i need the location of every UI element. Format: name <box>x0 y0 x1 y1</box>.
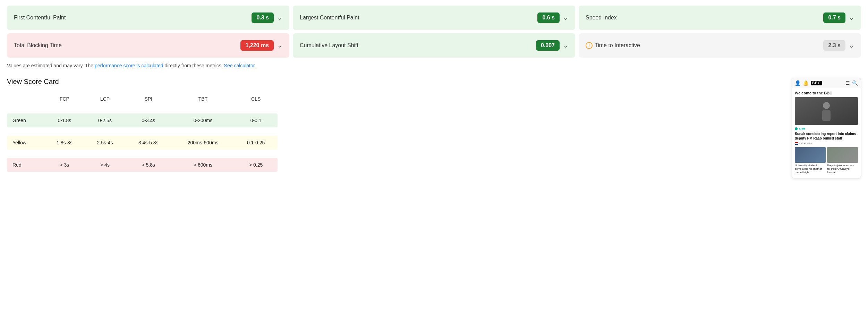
browser-preview-panel: 👤 🔔 BBC ☰ 🔍 Welcome to the BBC <box>792 78 861 178</box>
si-right: 0.7 s ⌄ <box>823 12 854 23</box>
cls-right: 0.007 ⌄ <box>536 40 568 51</box>
thumb-2-caption: Dogs to join mourners for Paul O'Grady's… <box>827 164 858 174</box>
tbt-label: Total Blocking Time <box>14 42 62 49</box>
table-header-row: FCP LCP SPI TBT CLS <box>7 93 278 105</box>
browser-content: Welcome to the BBC LIVE Sunak considerin… <box>792 88 861 178</box>
bbc-live-badge: LIVE <box>795 127 858 130</box>
tti-info-icon: ! <box>586 42 593 49</box>
fcp-right: 0.3 s ⌄ <box>252 12 282 23</box>
col-header-fcp: FCP <box>44 93 85 105</box>
tbt-card: Total Blocking Time 1,220 ms ⌄ <box>7 33 289 58</box>
yellow-cls: 0.1-0.25 <box>234 136 278 150</box>
spacer-row <box>7 127 278 136</box>
thumb-img-1 <box>795 147 826 163</box>
fcp-chevron[interactable]: ⌄ <box>277 14 282 22</box>
col-header-lcp: LCP <box>85 93 125 105</box>
green-fcp: 0-1.8s <box>44 113 85 127</box>
col-header-spi: SPI <box>125 93 172 105</box>
cls-chevron[interactable]: ⌄ <box>563 42 568 49</box>
metrics-row-1: First Contentful Paint 0.3 s ⌄ Largest C… <box>7 6 861 30</box>
browser-icons-right: ☰ 🔍 <box>845 80 858 86</box>
thumb-1: University student complaints hit anothe… <box>795 147 826 174</box>
bbc-logo: BBC <box>811 81 822 85</box>
score-table: FCP LCP SPI TBT CLS Green 0-1.8s 0-2.5s … <box>7 93 278 172</box>
thumb-2: Dogs to join mourners for Paul O'Grady's… <box>827 147 858 174</box>
red-spi: > 5.8s <box>125 158 172 172</box>
col-header-label <box>7 93 44 105</box>
spacer-row <box>7 150 278 158</box>
bell-icon: 🔔 <box>803 80 809 86</box>
bbc-hero-image <box>795 97 858 125</box>
row-label-red: Red <box>7 158 44 172</box>
si-label: Speed Index <box>586 15 617 21</box>
perf-score-link[interactable]: performance score is calculated <box>95 63 163 68</box>
browser-mock: 👤 🔔 BBC ☰ 🔍 Welcome to the BBC <box>792 78 861 178</box>
svg-rect-1 <box>822 110 831 121</box>
tti-badge: 2.3 s <box>823 40 845 51</box>
si-card: Speed Index 0.7 s ⌄ <box>579 6 861 30</box>
row-label-green: Green <box>7 113 44 127</box>
green-tbt: 0-200ms <box>172 113 235 127</box>
bbc-headline: Sunak considering report into claims dep… <box>795 132 858 141</box>
lcp-right: 0.6 s ⌄ <box>537 12 568 23</box>
red-cls: > 0.25 <box>234 158 278 172</box>
values-note: Values are estimated and may vary. The p… <box>7 62 861 69</box>
bbc-thumbnails: University student complaints hit anothe… <box>795 147 858 174</box>
main-content: View Score Card FCP LCP SPI TBT CLS Gree… <box>7 78 861 178</box>
col-header-cls: CLS <box>234 93 278 105</box>
fcp-card: First Contentful Paint 0.3 s ⌄ <box>7 6 289 30</box>
yellow-spi: 3.4s-5.8s <box>125 136 172 150</box>
tbt-right: 1,220 ms ⌄ <box>240 40 282 51</box>
svg-point-0 <box>823 102 830 109</box>
category-text: UK Politics <box>799 142 813 145</box>
red-tbt: > 600ms <box>172 158 235 172</box>
bbc-welcome-text: Welcome to the BBC <box>795 91 858 95</box>
green-lcp: 0-2.5s <box>85 113 125 127</box>
col-header-tbt: TBT <box>172 93 235 105</box>
live-label: LIVE <box>799 127 805 130</box>
yellow-tbt: 200ms-600ms <box>172 136 235 150</box>
thumb-img-2 <box>827 147 858 163</box>
bbc-category: UK Politics <box>795 142 858 145</box>
search-icon: 🔍 <box>852 80 858 86</box>
red-lcp: > 4s <box>85 158 125 172</box>
fcp-badge: 0.3 s <box>252 12 274 23</box>
spacer-row <box>7 105 278 113</box>
si-badge: 0.7 s <box>823 12 845 23</box>
table-row: Yellow 1.8s-3s 2.5s-4s 3.4s-5.8s 200ms-6… <box>7 136 278 150</box>
tti-label: ! Time to Interactive <box>586 42 640 49</box>
lcp-chevron[interactable]: ⌄ <box>563 14 568 22</box>
fcp-label: First Contentful Paint <box>14 15 66 21</box>
si-chevron[interactable]: ⌄ <box>849 14 854 22</box>
tti-right: 2.3 s ⌄ <box>823 40 854 51</box>
calculator-link[interactable]: See calculator. <box>224 63 256 68</box>
green-spi: 0-3.4s <box>125 113 172 127</box>
metrics-row-2: Total Blocking Time 1,220 ms ⌄ Cumulativ… <box>7 33 861 58</box>
yellow-fcp: 1.8s-3s <box>44 136 85 150</box>
scorecard-title: View Score Card <box>7 78 778 86</box>
lcp-badge: 0.6 s <box>537 12 560 23</box>
cls-label: Cumulative Layout Shift <box>300 42 358 49</box>
user-icon: 👤 <box>795 80 801 86</box>
thumb-1-caption: University student complaints hit anothe… <box>795 164 826 174</box>
table-row: Red > 3s > 4s > 5.8s > 600ms > 0.25 <box>7 158 278 172</box>
hero-person <box>795 97 858 125</box>
browser-icons-left: 👤 🔔 BBC <box>795 80 822 86</box>
tti-card: ! Time to Interactive 2.3 s ⌄ <box>579 33 861 58</box>
lcp-label: Largest Contentful Paint <box>300 15 359 21</box>
menu-icon: ☰ <box>845 80 850 86</box>
cls-card: Cumulative Layout Shift 0.007 ⌄ <box>293 33 575 58</box>
red-fcp: > 3s <box>44 158 85 172</box>
row-label-yellow: Yellow <box>7 136 44 150</box>
browser-topbar: 👤 🔔 BBC ☰ 🔍 <box>792 78 861 88</box>
tbt-badge: 1,220 ms <box>240 40 274 51</box>
lcp-card: Largest Contentful Paint 0.6 s ⌄ <box>293 6 575 30</box>
live-dot <box>795 127 798 130</box>
tti-chevron[interactable]: ⌄ <box>849 42 854 49</box>
scorecard-section: View Score Card FCP LCP SPI TBT CLS Gree… <box>7 78 778 172</box>
table-row: Green 0-1.8s 0-2.5s 0-3.4s 0-200ms 0-0.1 <box>7 113 278 127</box>
uk-flag-icon <box>795 142 798 145</box>
cls-badge: 0.007 <box>536 40 560 51</box>
yellow-lcp: 2.5s-4s <box>85 136 125 150</box>
tbt-chevron[interactable]: ⌄ <box>277 42 282 49</box>
